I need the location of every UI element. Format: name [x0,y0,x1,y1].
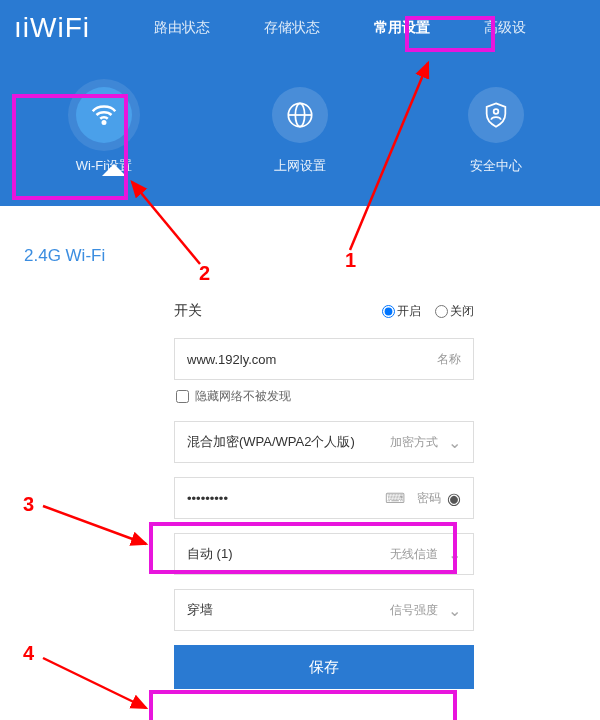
annotation-number-3: 3 [23,493,34,516]
annotation-number-1: 1 [345,249,356,272]
save-button[interactable]: 保存 [174,645,474,689]
subnav-label: 上网设置 [274,157,326,175]
svg-point-0 [103,121,106,124]
eye-icon[interactable]: ◉ [447,489,461,508]
password-input[interactable] [187,491,385,506]
hide-network-label: 隐藏网络不被发现 [195,388,291,405]
chevron-down-icon: ⌄ [448,601,461,620]
password-field[interactable]: ⌨ 密码 ◉ [174,477,474,519]
annotation-number-4: 4 [23,642,34,665]
chevron-down-icon: ⌄ [448,545,461,564]
strength-select[interactable]: 穿墙 信号强度 ⌄ [174,589,474,631]
switch-on-radio[interactable]: 开启 [382,303,421,320]
active-indicator [102,164,126,176]
wifi-icon [76,87,132,143]
subnav-label: 安全中心 [470,157,522,175]
encryption-value: 混合加密(WPA/WPA2个人版) [187,433,382,451]
encryption-label: 加密方式 [390,434,438,451]
nav-common-settings[interactable]: 常用设置 [370,1,434,55]
subnav-security-center[interactable]: 安全中心 [439,87,554,175]
annotation-box-4 [149,690,457,720]
keyboard-icon[interactable]: ⌨ [385,490,405,506]
channel-label: 无线信道 [390,546,438,563]
name-label: 名称 [437,351,461,368]
shield-icon [468,87,524,143]
nav-router-status[interactable]: 路由状态 [150,1,214,55]
switch-label: 开关 [174,302,254,320]
name-input[interactable] [187,352,429,367]
chevron-down-icon: ⌄ [448,433,461,452]
svg-point-4 [494,109,499,114]
top-nav: 路由状态 存储状态 常用设置 高级设 [150,1,530,55]
subnav-internet-settings[interactable]: 上网设置 [243,87,358,175]
section-title: 2.4G Wi-Fi [24,246,576,266]
switch-off-radio[interactable]: 关闭 [435,303,474,320]
nav-storage-status[interactable]: 存储状态 [260,1,324,55]
password-label: 密码 [417,490,441,507]
strength-value: 穿墙 [187,601,382,619]
hide-network-checkbox[interactable] [176,390,189,403]
logo: ıiWiFi [14,12,90,44]
channel-select[interactable]: 自动 (1) 无线信道 ⌄ [174,533,474,575]
sub-nav: Wi-Fi设置 上网设置 安全中心 [0,56,600,206]
subnav-wifi-settings[interactable]: Wi-Fi设置 [47,87,162,175]
annotation-number-2: 2 [199,262,210,285]
name-field[interactable]: 名称 [174,338,474,380]
nav-advanced[interactable]: 高级设 [480,1,530,55]
strength-label: 信号强度 [390,602,438,619]
channel-value: 自动 (1) [187,545,382,563]
encryption-select[interactable]: 混合加密(WPA/WPA2个人版) 加密方式 ⌄ [174,421,474,463]
globe-icon [272,87,328,143]
